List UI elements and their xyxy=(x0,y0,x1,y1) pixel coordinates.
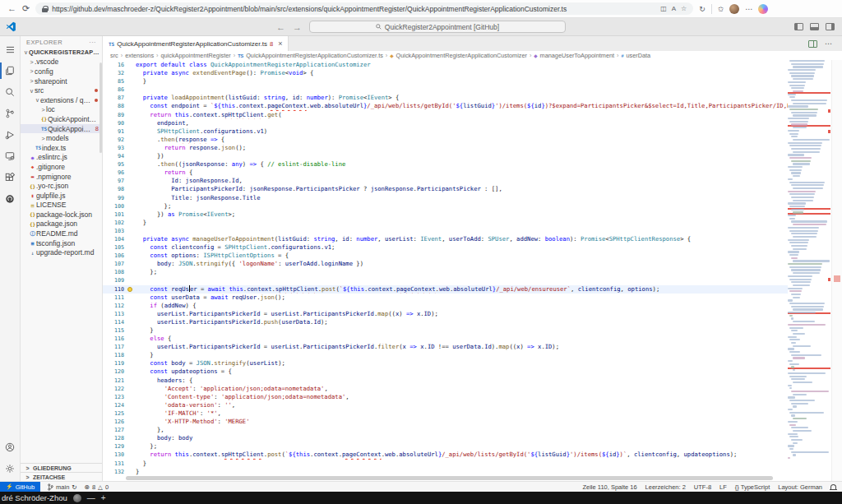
tree-item-quickregister2appointme[interactable]: vQUICKREGISTER2APPOINTME... xyxy=(21,48,102,58)
menu-icon[interactable] xyxy=(0,39,21,60)
code-line-125[interactable]: 125 'IF-MATCH': '*', xyxy=(103,409,788,418)
code-line-96[interactable]: 96 return { xyxy=(103,169,788,177)
tree-item-eslintrc-js[interactable]: ◉.eslintrc.js xyxy=(21,153,102,163)
code-line-115[interactable]: 115 } xyxy=(103,326,788,335)
command-center-search[interactable]: QuickRegister2Appointment [GitHub] xyxy=(309,21,566,33)
code-line-114[interactable]: 114 userList.ParticipantsPickerId.push(u… xyxy=(103,318,788,326)
code-line-130[interactable]: 130 return this.context.spHttpClient.pos… xyxy=(103,451,788,459)
breadcrumb-item[interactable]: extensions xyxy=(125,52,154,59)
code-line-16[interactable]: 16export default class QuickAppointmentR… xyxy=(103,61,788,69)
status-zeile-110-spalte-16[interactable]: Zeile 110, Spalte 16 xyxy=(582,483,636,491)
code-line-94[interactable]: 94 }) xyxy=(103,152,788,160)
code-line-87[interactable]: 87 private loadAppointment(listGuid: str… xyxy=(103,94,788,102)
favorite-star-icon[interactable]: ☆ xyxy=(681,5,687,12)
breadcrumb-item[interactable]: manageUserToAppointment xyxy=(540,52,614,59)
code-line-109[interactable]: 109 xyxy=(103,276,788,284)
code-line-116[interactable]: 116 else { xyxy=(103,335,788,343)
tree-item-config[interactable]: >config xyxy=(21,67,102,76)
code-line-107[interactable]: 107 body: JSON.stringify({ 'logonName': … xyxy=(103,260,788,268)
panel-zeitachse[interactable]: >ZEITACHSE xyxy=(21,472,102,481)
code-line-106[interactable]: 106 const options: ISPHttpClientOptions … xyxy=(103,252,788,260)
address-bar[interactable]: https://github.dev/maschroeder-z/QuickRe… xyxy=(35,2,693,15)
code-line-86[interactable]: 86 xyxy=(103,86,788,94)
code-line-120[interactable]: 120 const updateoptions = { xyxy=(103,368,788,376)
horizontal-scrollbar[interactable] xyxy=(126,476,773,480)
background-tab-title[interactable]: dré Schröder-Zhou xyxy=(2,493,67,502)
toggle-secondary-sidebar-icon[interactable] xyxy=(826,23,835,30)
tree-item-loc[interactable]: >loc xyxy=(21,105,102,115)
tree-item-yo-rc-json[interactable]: {}.yo-rc.json xyxy=(21,181,102,191)
tree-item-vscode[interactable]: >.vscode xyxy=(21,58,102,67)
code-line-126[interactable]: 126 'X-HTTP-Method': 'MERGE' xyxy=(103,418,788,426)
breadcrumb-item[interactable]: src xyxy=(110,52,118,59)
settings-gear-icon[interactable] xyxy=(0,458,21,479)
code-line-91[interactable]: 91 SPHttpClient.configurations.v1) xyxy=(103,127,788,136)
breadcrumb-item[interactable]: quickAppointmentRegister xyxy=(161,52,231,59)
tree-item-quickappointmentre[interactable]: {}QuickAppointmentRe... xyxy=(21,114,102,124)
code-line-102[interactable]: 102 } xyxy=(103,219,788,227)
tree-item-license[interactable]: ▤LICENSE xyxy=(21,201,102,210)
status-utf-8[interactable]: UTF-8 xyxy=(694,483,711,491)
toggle-sidebar-icon[interactable] xyxy=(794,23,803,30)
tree-item-readme-md[interactable]: ⓘREADME.md xyxy=(21,229,102,238)
split-editor-icon[interactable] xyxy=(808,40,817,48)
code-line-99[interactable]: 99 Title: jsonResponse.Title xyxy=(103,194,788,202)
code-line-111[interactable]: 111 const userData = await reqUser.json(… xyxy=(103,294,788,302)
code-line-113[interactable]: 113 userList.ParticipantsPickerId = user… xyxy=(103,310,788,318)
tab-close-icon[interactable]: × xyxy=(278,39,282,48)
favorites-bar-icon[interactable]: ✩ xyxy=(718,5,724,13)
code-lines[interactable]: 16export default class QuickAppointmentR… xyxy=(103,61,788,481)
extensions-icon[interactable] xyxy=(0,167,21,188)
tree-item-package-json[interactable]: {}package.json xyxy=(21,220,102,229)
status-lf[interactable]: LF xyxy=(719,483,727,491)
notifications-bell-icon[interactable] xyxy=(830,484,836,489)
account-icon[interactable] xyxy=(0,437,21,458)
explorer-more-icon[interactable]: ··· xyxy=(89,39,96,46)
tree-item-npmignore[interactable]: ▬.npmignore xyxy=(21,172,102,182)
copilot-icon[interactable] xyxy=(758,4,768,14)
code-line-89[interactable]: 89 return this.context.spHttpClient.get( xyxy=(103,111,788,119)
split-screen-icon[interactable]: ◫ xyxy=(660,5,667,12)
search-icon[interactable] xyxy=(0,81,21,103)
code-line-131[interactable]: 131 } xyxy=(103,460,788,468)
code-line-121[interactable]: 121 headers: { xyxy=(103,377,788,385)
code-line-132[interactable]: 132} xyxy=(103,468,788,476)
vertical-scrollbar[interactable] xyxy=(831,60,842,481)
tree-item-models[interactable]: >models xyxy=(21,133,102,143)
code-line-90[interactable]: 90 endpoint, xyxy=(103,119,788,127)
code-line-85[interactable]: 85 } xyxy=(103,77,788,86)
code-line-100[interactable]: 100 }; xyxy=(103,202,788,210)
panel-gliederung[interactable]: >GLIEDERUNG xyxy=(21,463,102,472)
breadcrumb-item[interactable]: QuickAppointmentRegisterApplicationCusto… xyxy=(396,52,527,59)
breadcrumb-item[interactable]: userData xyxy=(627,52,651,59)
tree-item-tsconfig-json[interactable]: ▦tsconfig.json xyxy=(21,238,102,248)
code-line-98[interactable]: 98 ParticipantsPickerId: jsonResponse.Pa… xyxy=(103,185,788,193)
editor-forward-icon[interactable]: → xyxy=(293,22,302,32)
code-line-97[interactable]: 97 Id: jsonResponse.Id, xyxy=(103,177,788,185)
tree-item-gulpfile-js[interactable]: ▮gulpfile.js xyxy=(21,191,102,201)
editor-back-icon[interactable]: ← xyxy=(276,22,285,32)
code-line-92[interactable]: 92 .then(response => { xyxy=(103,136,788,144)
browser-profile-avatar[interactable] xyxy=(729,4,739,14)
tree-item-upgrade-report-md[interactable]: ↓upgrade-report.md xyxy=(21,247,102,257)
code-line-123[interactable]: 123 'Content-type': 'application/json;od… xyxy=(103,393,788,401)
sidebar-scrollbar[interactable] xyxy=(99,62,102,153)
browser-overflow-icon[interactable]: ⋯ xyxy=(745,5,752,13)
tree-item-sharepoint[interactable]: >sharepoint xyxy=(21,76,102,86)
code-line-128[interactable]: 128 body: body xyxy=(103,434,788,442)
code-line-103[interactable]: 103 xyxy=(103,227,788,235)
tree-item-quickappointme[interactable]: TSQuickAppointme...8 xyxy=(21,124,102,134)
browser-back-button[interactable]: ← xyxy=(7,4,16,13)
code-line-110[interactable]: 110 const reqUser = await this.context.s… xyxy=(103,285,788,294)
code-line-95[interactable]: 95 .then((jsonResponse: any) => { // esl… xyxy=(103,160,788,169)
status-leerzeichen-2[interactable]: Leerzeichen: 2 xyxy=(645,483,686,491)
breadcrumb-item[interactable]: QuickAppointmentRegisterApplicationCusto… xyxy=(246,52,383,59)
browser-refresh-button[interactable]: ⟳ xyxy=(22,4,30,13)
tree-item-src[interactable]: vsrc xyxy=(21,86,102,95)
lightbulb-icon[interactable] xyxy=(127,287,132,292)
code-line-32[interactable]: 32 private async extendEventPage(): Prom… xyxy=(103,69,788,77)
remote-indicator[interactable]: ⚡ GitHub xyxy=(0,482,40,492)
code-editor[interactable]: 16export default class QuickAppointmentR… xyxy=(103,60,842,481)
tab-active[interactable]: TS QuickAppointmentRegisterApplicationCu… xyxy=(103,36,289,51)
code-line-104[interactable]: 104 private async manageUserToAppointmen… xyxy=(103,235,788,243)
